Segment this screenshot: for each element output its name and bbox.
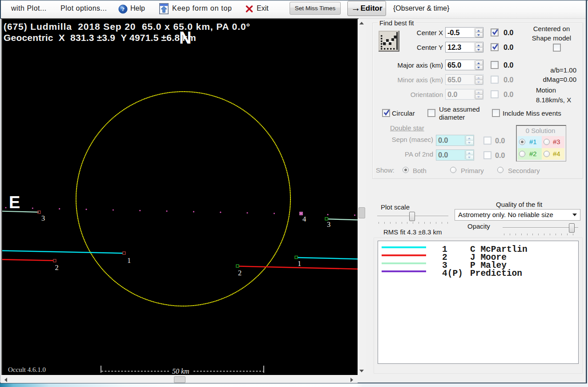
svg-text:E: E	[9, 193, 20, 212]
svg-text:3: 3	[41, 214, 45, 222]
svg-text:3: 3	[327, 220, 330, 229]
svg-text:4: 4	[302, 215, 306, 223]
svg-text:1: 1	[127, 256, 131, 265]
svg-text:2: 2	[238, 269, 242, 277]
svg-text:Occult 4.6.1.0: Occult 4.6.1.0	[8, 366, 46, 373]
svg-text:(675) Ludmilla 2018 Sep 20 6: (675) Ludmilla 2018 Sep 20 65.0 x 65.0 k…	[4, 21, 250, 32]
svg-text:2: 2	[55, 263, 59, 272]
svg-text:50 km: 50 km	[172, 367, 189, 375]
svg-text:N: N	[179, 28, 191, 47]
svg-text:?: ?	[121, 6, 125, 12]
svg-text:Geocentric X 831.3 ±3.9 Y 4: Geocentric X 831.3 ±3.9 Y 4971.5 ±6.8 km	[4, 32, 196, 43]
svg-text:1: 1	[298, 259, 301, 268]
